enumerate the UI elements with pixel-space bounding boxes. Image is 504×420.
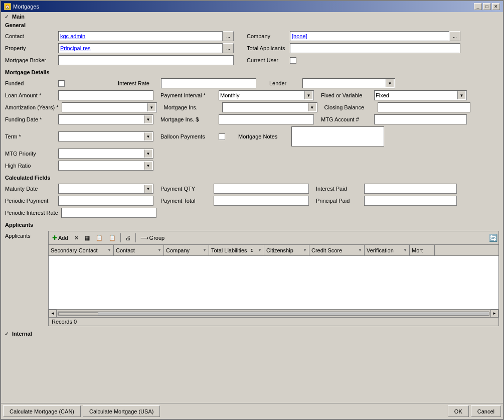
main-section-label: Main (12, 14, 25, 20)
periodic-payment-input[interactable] (58, 196, 153, 206)
funded-checkbox[interactable] (58, 80, 65, 87)
interest-paid-input[interactable] (364, 184, 457, 194)
payment-interval-dropdown[interactable]: Monthly ▼ (219, 90, 314, 100)
fixed-variable-dropdown[interactable]: Fixed ▼ (374, 90, 467, 100)
maximize-button[interactable]: □ (483, 3, 491, 10)
fixed-variable-label: Fixed or Variable (321, 92, 371, 98)
refresh-icon[interactable]: 🔄 (489, 234, 497, 242)
col-secondary-contact[interactable]: Secondary Contact ▼ (49, 245, 114, 255)
payment-qty-input[interactable] (214, 184, 309, 194)
close-button[interactable]: ✕ (492, 3, 500, 10)
scroll-right-button[interactable]: ► (490, 310, 498, 318)
scroll-left-button[interactable]: ◄ (49, 310, 57, 318)
export-button[interactable]: 📋 (93, 232, 105, 243)
calc-row1: Maturity Date ▼ Payment QTY Interest Pai… (5, 184, 499, 194)
total-applicants-input[interactable] (290, 43, 460, 53)
periodic-interest-input[interactable] (61, 208, 156, 218)
grid-view-button[interactable]: ▦ (82, 232, 92, 243)
mortgage-ins-dropdown[interactable]: ▼ (222, 102, 317, 112)
company-value: [none] (292, 33, 307, 39)
col-company-label: Company (166, 247, 190, 253)
mortgage-broker-input[interactable] (58, 55, 234, 65)
payment-total-input[interactable] (214, 196, 309, 206)
group-icon: ⟶ (140, 235, 148, 241)
cancel-button[interactable]: Cancel (471, 405, 501, 417)
total-applicants-label: Total Applicants (247, 45, 287, 51)
company-input[interactable]: [none] (290, 31, 449, 41)
interest-rate-input[interactable] (161, 78, 256, 88)
toolbar-separator2 (135, 233, 136, 242)
window-title: Mortgages (13, 4, 39, 10)
property-browse-button[interactable]: ... (223, 43, 234, 53)
export-icon: 📋 (96, 235, 103, 241)
maturity-date-dropdown[interactable]: ▼ (58, 184, 153, 194)
interest-paid-label: Interest Paid (316, 186, 361, 192)
export2-button[interactable]: 📋 (106, 232, 118, 243)
mortgage-row3: Amortization (Years) * ▼ Mortgage Ins. ▼… (5, 102, 499, 112)
action-buttons: OK Cancel (448, 405, 501, 417)
grid-body (49, 256, 498, 309)
interest-rate-label: Interest Rate (118, 80, 158, 86)
internal-chevron-icon[interactable]: ✓ (3, 330, 10, 337)
payment-total-label: Payment Total (160, 198, 211, 204)
add-button[interactable]: ✚ Add (50, 232, 71, 243)
mtg-priority-label: MTG Priority (5, 151, 55, 157)
scrollable-area[interactable]: ✓ Main General Contact kgc admin ... Com… (1, 12, 503, 403)
calc-usa-button[interactable]: Calculate Mortgage (USA) (83, 405, 160, 417)
closing-balance-input[interactable] (378, 102, 470, 112)
grid-header: Secondary Contact ▼ Contact ▼ Company ▼ (49, 245, 498, 256)
property-value: Principal res (60, 45, 91, 51)
group-button[interactable]: ⟶ Group (138, 232, 167, 243)
high-ratio-label: High Ratio (5, 163, 55, 169)
funding-date-dropdown[interactable]: ▼ (58, 114, 153, 124)
window-icon: 🏠 (4, 3, 11, 10)
delete-button[interactable]: ✕ (72, 232, 81, 243)
loan-amount-input[interactable] (58, 90, 153, 100)
applicants-content: Applicants ✚ Add ✕ ▦ (5, 231, 499, 326)
print-icon: 🖨 (125, 235, 131, 241)
col-total-liabilities[interactable]: Total Liabilities Σ ▼ (209, 245, 264, 255)
scroll-thumb[interactable] (58, 312, 98, 315)
property-field-group: Principal res ... (58, 43, 234, 53)
print-button[interactable]: 🖨 (123, 232, 133, 243)
payment-interval-label: Payment Interval * (160, 92, 216, 98)
calc-can-button[interactable]: Calculate Mortgage (CAN) (3, 405, 81, 417)
mtg-priority-arrow-icon: ▼ (144, 150, 152, 158)
col-verification[interactable]: Verification ▼ (365, 245, 410, 255)
lender-dropdown[interactable]: ▼ (302, 78, 395, 88)
ok-button[interactable]: OK (448, 405, 469, 417)
mtg-priority-dropdown[interactable]: ▼ (58, 149, 153, 159)
mtg-account-input[interactable] (374, 114, 467, 124)
principal-paid-input[interactable] (364, 196, 457, 206)
balloon-payments-checkbox[interactable] (219, 133, 225, 140)
col-mort[interactable]: Mort (410, 245, 435, 255)
high-ratio-dropdown[interactable]: ▼ (58, 161, 153, 171)
contact-input[interactable]: kgc admin (58, 31, 223, 41)
amortization-dropdown[interactable]: ▼ (62, 102, 157, 112)
principal-paid-label: Principal Paid (316, 198, 361, 204)
minimize-button[interactable]: _ (474, 3, 482, 10)
internal-section-header: ✓ Internal (1, 329, 503, 338)
contact-label: Contact (5, 33, 55, 39)
mortgage-broker-row: Mortgage Broker Current User (5, 55, 499, 65)
horizontal-scrollbar[interactable]: ◄ ► (48, 310, 499, 318)
term-label: Term * (5, 133, 55, 139)
contact-browse-button[interactable]: ... (223, 31, 234, 41)
main-chevron-icon[interactable]: ✓ (3, 13, 10, 20)
term-dropdown[interactable]: ▼ (58, 131, 153, 142)
col-company[interactable]: Company ▼ (164, 245, 209, 255)
current-user-checkbox[interactable] (290, 57, 296, 64)
col-citizenship[interactable]: Citizenship ▼ (264, 245, 309, 255)
col-contact[interactable]: Contact ▼ (114, 245, 164, 255)
title-bar-buttons: _ □ ✕ (474, 3, 500, 10)
col-credit-score[interactable]: Credit Score ▼ (309, 245, 365, 255)
mortgage-notes-textarea[interactable] (291, 126, 384, 147)
company-browse-button[interactable]: ... (449, 31, 460, 41)
mortgage-notes-label: Mortgage Notes (238, 133, 288, 139)
mortgage-ins-dollar-input[interactable] (219, 114, 314, 124)
lender-dropdown-arrow-icon: ▼ (386, 79, 394, 87)
high-ratio-arrow-icon: ▼ (144, 162, 152, 170)
property-label: Property (5, 45, 55, 51)
export2-icon: 📋 (109, 235, 116, 241)
property-input[interactable]: Principal res (58, 43, 223, 53)
